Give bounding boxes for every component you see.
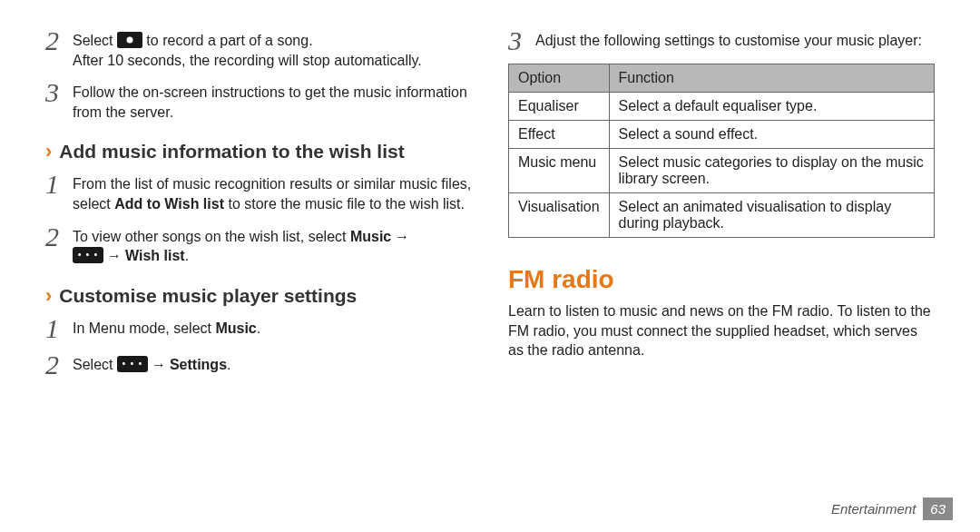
step-bold: Wish list	[125, 248, 185, 263]
chevron-right-icon: ›	[45, 284, 52, 308]
step-text: In Menu mode, select	[73, 320, 215, 336]
step-bold: Music	[215, 320, 256, 336]
step-text: After 10 seconds, the recording will sto…	[73, 53, 422, 68]
table-cell-option: Effect	[509, 121, 610, 149]
table-cell-function: Select music categories to display on th…	[609, 149, 934, 193]
table-header-option: Option	[509, 64, 610, 93]
subheading-text: Add music information to the wish list	[59, 141, 404, 163]
step-body: Select → Settings.	[73, 351, 231, 375]
more-options-icon	[73, 247, 103, 263]
subheading-text: Customise music player settings	[59, 285, 357, 307]
right-column: 3 Adjust the following settings to custo…	[490, 27, 953, 490]
step-text: to record a part of a song.	[142, 33, 313, 48]
step-number: 2	[45, 223, 73, 251]
step-body: Adjust the following settings to customi…	[535, 27, 922, 51]
step-bold: Add to Wish list	[114, 196, 224, 212]
table-row: Effect Select a sound effect.	[509, 121, 935, 149]
arrow-text: →	[103, 246, 125, 266]
settings-table: Option Function Equaliser Select a defau…	[508, 64, 935, 238]
subheading-customise: › Customise music player settings	[45, 284, 472, 308]
step-bold: Music	[350, 229, 391, 244]
step-text: .	[257, 320, 260, 336]
right-step-3: 3 Adjust the following settings to custo…	[508, 27, 935, 54]
more-options-icon	[117, 356, 148, 372]
step-number: 2	[45, 27, 73, 54]
custom-step-1: 1 In Menu mode, select Music.	[45, 315, 472, 342]
custom-step-2: 2 Select → Settings.	[45, 351, 472, 379]
step-body: Follow the on-screen instructions to get…	[73, 79, 472, 122]
heading-fm-radio: FM radio	[508, 265, 935, 294]
left-column: 2 Select to record a part of a song. Aft…	[27, 27, 490, 490]
table-header-function: Function	[609, 64, 934, 93]
step-number: 3	[45, 79, 73, 106]
arrow-text: →	[391, 227, 413, 247]
table-cell-option: Equaliser	[509, 93, 610, 121]
record-icon	[117, 32, 142, 48]
subheading-wish-list: › Add music information to the wish list	[45, 140, 472, 163]
step-3: 3 Follow the on-screen instructions to g…	[45, 79, 472, 122]
table-cell-option: Music menu	[509, 149, 610, 193]
step-body: From the list of music recognition resul…	[73, 171, 472, 213]
table-cell-function: Select an animated visualisation to disp…	[609, 193, 934, 238]
footer-page-number: 63	[923, 498, 953, 520]
table-row: Music menu Select music categories to di…	[509, 149, 935, 193]
table-row: Visualisation Select an animated visuali…	[509, 193, 935, 238]
step-text: Select	[73, 33, 117, 48]
step-number: 2	[45, 351, 73, 379]
arrow-text: →	[148, 355, 170, 375]
step-text: To view other songs on the wish list, se…	[73, 229, 350, 244]
step-2: 2 Select to record a part of a song. Aft…	[45, 27, 472, 70]
step-bold: Settings	[170, 357, 227, 372]
wish-step-1: 1 From the list of music recognition res…	[45, 171, 472, 213]
step-body: To view other songs on the wish list, se…	[73, 223, 413, 266]
fm-radio-paragraph: Learn to listen to music and news on the…	[508, 301, 935, 360]
footer-section: Entertainment	[831, 501, 916, 517]
table-cell-function: Select a sound effect.	[609, 121, 934, 149]
step-text: Select	[73, 357, 117, 372]
table-header-row: Option Function	[509, 64, 935, 93]
table-cell-function: Select a default equaliser type.	[609, 93, 934, 121]
page-footer: Entertainment 63	[0, 490, 980, 527]
step-number: 1	[45, 315, 73, 342]
step-number: 1	[45, 171, 73, 198]
table-cell-option: Visualisation	[509, 193, 610, 238]
table-row: Equaliser Select a default equaliser typ…	[509, 93, 935, 121]
step-text: .	[185, 248, 189, 263]
step-text: to store the music file to the wish list…	[224, 196, 465, 212]
step-body: In Menu mode, select Music.	[73, 315, 260, 339]
page-content: 2 Select to record a part of a song. Aft…	[0, 0, 980, 490]
wish-step-2: 2 To view other songs on the wish list, …	[45, 223, 472, 266]
step-number: 3	[508, 27, 535, 54]
step-text: .	[227, 357, 230, 372]
step-body: Select to record a part of a song. After…	[73, 27, 422, 70]
chevron-right-icon: ›	[45, 140, 52, 163]
